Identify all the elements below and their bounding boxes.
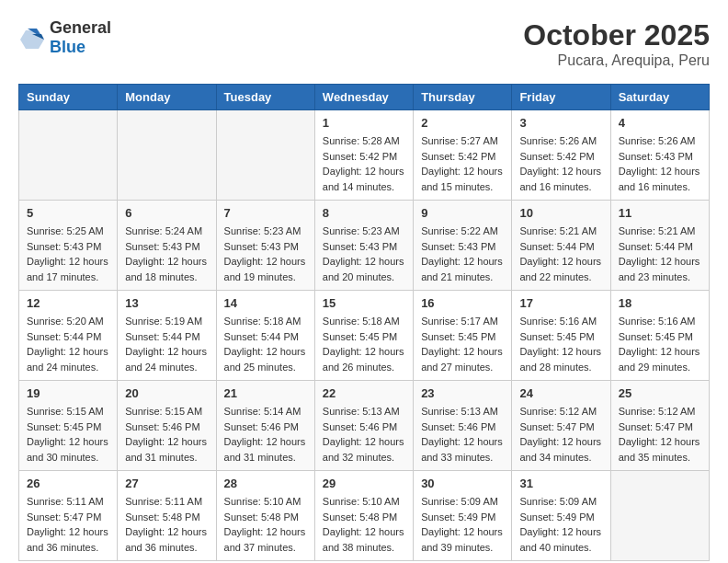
daylight-text: Daylight: 12 hours and 34 minutes. — [519, 434, 602, 465]
day-number: 2 — [421, 116, 504, 130]
sunrise-text: Sunrise: 5:13 AM — [323, 404, 405, 419]
day-info: Sunrise: 5:26 AMSunset: 5:42 PMDaylight:… — [519, 133, 602, 194]
sunset-text: Sunset: 5:49 PM — [421, 510, 504, 525]
daylight-text: Daylight: 12 hours and 31 minutes. — [125, 434, 208, 465]
sunset-text: Sunset: 5:42 PM — [519, 149, 602, 165]
day-info: Sunrise: 5:12 AMSunset: 5:47 PMDaylight:… — [519, 404, 602, 465]
calendar-cell-5-3: 28Sunrise: 5:10 AMSunset: 5:48 PMDayligh… — [216, 471, 314, 561]
sunrise-text: Sunrise: 5:19 AM — [125, 314, 208, 329]
day-number: 3 — [519, 116, 602, 130]
day-info: Sunrise: 5:15 AMSunset: 5:45 PMDaylight:… — [27, 404, 109, 465]
day-number: 17 — [519, 296, 602, 310]
sunset-text: Sunset: 5:48 PM — [323, 510, 405, 525]
daylight-text: Daylight: 12 hours and 18 minutes. — [125, 254, 208, 284]
daylight-text: Daylight: 12 hours and 31 minutes. — [224, 434, 307, 465]
daylight-text: Daylight: 12 hours and 16 minutes. — [619, 164, 701, 194]
sunset-text: Sunset: 5:44 PM — [27, 329, 109, 345]
daylight-text: Daylight: 12 hours and 36 minutes. — [27, 524, 109, 555]
sunset-text: Sunset: 5:43 PM — [619, 149, 701, 165]
sunrise-text: Sunrise: 5:17 AM — [421, 314, 504, 329]
calendar-cell-1-1 — [19, 110, 118, 201]
sunrise-text: Sunrise: 5:18 AM — [323, 314, 405, 329]
weekday-wednesday: Wednesday — [314, 85, 413, 110]
location-subtitle: Pucara, Arequipa, Peru — [523, 52, 710, 69]
calendar-cell-2-1: 5Sunrise: 5:25 AMSunset: 5:43 PMDaylight… — [19, 201, 118, 291]
sunrise-text: Sunrise: 5:10 AM — [224, 494, 307, 510]
sunrise-text: Sunrise: 5:21 AM — [619, 224, 701, 239]
day-info: Sunrise: 5:21 AMSunset: 5:44 PMDaylight:… — [519, 224, 602, 284]
day-info: Sunrise: 5:25 AMSunset: 5:43 PMDaylight:… — [27, 224, 109, 284]
sunset-text: Sunset: 5:47 PM — [27, 510, 109, 525]
day-info: Sunrise: 5:27 AMSunset: 5:42 PMDaylight:… — [421, 133, 504, 194]
daylight-text: Daylight: 12 hours and 36 minutes. — [125, 524, 208, 555]
calendar-cell-2-2: 6Sunrise: 5:24 AMSunset: 5:43 PMDaylight… — [118, 201, 216, 291]
week-row-4: 19Sunrise: 5:15 AMSunset: 5:45 PMDayligh… — [19, 381, 710, 471]
calendar-cell-4-2: 20Sunrise: 5:15 AMSunset: 5:46 PMDayligh… — [118, 381, 216, 471]
sunrise-text: Sunrise: 5:14 AM — [224, 404, 307, 419]
sunrise-text: Sunrise: 5:16 AM — [519, 314, 602, 329]
weekday-friday: Friday — [512, 85, 610, 110]
day-number: 20 — [125, 386, 208, 400]
calendar-cell-3-4: 15Sunrise: 5:18 AMSunset: 5:45 PMDayligh… — [314, 291, 413, 381]
daylight-text: Daylight: 12 hours and 27 minutes. — [421, 344, 504, 374]
calendar-cell-2-5: 9Sunrise: 5:22 AMSunset: 5:43 PMDaylight… — [414, 201, 512, 291]
sunset-text: Sunset: 5:46 PM — [224, 419, 307, 435]
daylight-text: Daylight: 12 hours and 24 minutes. — [27, 344, 109, 374]
sunset-text: Sunset: 5:45 PM — [519, 329, 602, 345]
day-number: 25 — [619, 386, 701, 400]
daylight-text: Daylight: 12 hours and 17 minutes. — [27, 254, 109, 284]
calendar-cell-1-5: 2Sunrise: 5:27 AMSunset: 5:42 PMDaylight… — [414, 110, 512, 201]
day-info: Sunrise: 5:09 AMSunset: 5:49 PMDaylight:… — [519, 494, 602, 555]
calendar-cell-1-3 — [216, 110, 314, 201]
sunrise-text: Sunrise: 5:24 AM — [125, 224, 208, 239]
calendar-cell-5-5: 30Sunrise: 5:09 AMSunset: 5:49 PMDayligh… — [414, 471, 512, 561]
weekday-thursday: Thursday — [414, 85, 512, 110]
day-number: 8 — [323, 206, 405, 220]
week-row-3: 12Sunrise: 5:20 AMSunset: 5:44 PMDayligh… — [19, 291, 710, 381]
day-info: Sunrise: 5:13 AMSunset: 5:46 PMDaylight:… — [323, 404, 405, 465]
day-number: 21 — [224, 386, 307, 400]
sunrise-text: Sunrise: 5:21 AM — [519, 224, 602, 239]
sunset-text: Sunset: 5:47 PM — [519, 419, 602, 435]
sunrise-text: Sunrise: 5:10 AM — [323, 494, 405, 510]
day-number: 5 — [27, 206, 109, 220]
day-info: Sunrise: 5:23 AMSunset: 5:43 PMDaylight:… — [323, 224, 405, 284]
sunset-text: Sunset: 5:44 PM — [519, 239, 602, 255]
logo: General Blue — [18, 18, 111, 57]
daylight-text: Daylight: 12 hours and 35 minutes. — [619, 434, 701, 465]
daylight-text: Daylight: 12 hours and 37 minutes. — [224, 524, 307, 555]
calendar-cell-4-3: 21Sunrise: 5:14 AMSunset: 5:46 PMDayligh… — [216, 381, 314, 471]
calendar-cell-3-7: 18Sunrise: 5:16 AMSunset: 5:45 PMDayligh… — [610, 291, 709, 381]
calendar-cell-5-6: 31Sunrise: 5:09 AMSunset: 5:49 PMDayligh… — [512, 471, 610, 561]
day-number: 6 — [125, 206, 208, 220]
weekday-sunday: Sunday — [19, 85, 118, 110]
sunrise-text: Sunrise: 5:11 AM — [125, 494, 208, 510]
sunrise-text: Sunrise: 5:12 AM — [519, 404, 602, 419]
sunrise-text: Sunrise: 5:28 AM — [323, 133, 405, 149]
sunset-text: Sunset: 5:46 PM — [421, 419, 504, 435]
sunrise-text: Sunrise: 5:11 AM — [27, 494, 109, 510]
day-number: 22 — [323, 386, 405, 400]
daylight-text: Daylight: 12 hours and 20 minutes. — [323, 254, 405, 284]
calendar-cell-3-6: 17Sunrise: 5:16 AMSunset: 5:45 PMDayligh… — [512, 291, 610, 381]
sunrise-text: Sunrise: 5:15 AM — [27, 404, 109, 419]
sunset-text: Sunset: 5:45 PM — [619, 329, 701, 345]
calendar-cell-4-1: 19Sunrise: 5:15 AMSunset: 5:45 PMDayligh… — [19, 381, 118, 471]
day-number: 26 — [27, 477, 109, 490]
day-info: Sunrise: 5:17 AMSunset: 5:45 PMDaylight:… — [421, 314, 504, 374]
sunset-text: Sunset: 5:43 PM — [421, 239, 504, 255]
daylight-text: Daylight: 12 hours and 40 minutes. — [519, 524, 602, 555]
daylight-text: Daylight: 12 hours and 15 minutes. — [421, 164, 504, 194]
day-number: 11 — [619, 206, 701, 220]
sunset-text: Sunset: 5:45 PM — [421, 329, 504, 345]
day-info: Sunrise: 5:26 AMSunset: 5:43 PMDaylight:… — [619, 133, 701, 194]
calendar-cell-2-6: 10Sunrise: 5:21 AMSunset: 5:44 PMDayligh… — [512, 201, 610, 291]
day-info: Sunrise: 5:12 AMSunset: 5:47 PMDaylight:… — [619, 404, 701, 465]
week-row-2: 5Sunrise: 5:25 AMSunset: 5:43 PMDaylight… — [19, 201, 710, 291]
sunrise-text: Sunrise: 5:12 AM — [619, 404, 701, 419]
daylight-text: Daylight: 12 hours and 28 minutes. — [519, 344, 602, 374]
day-info: Sunrise: 5:11 AMSunset: 5:47 PMDaylight:… — [27, 494, 109, 555]
day-number: 4 — [619, 116, 701, 130]
sunset-text: Sunset: 5:43 PM — [125, 239, 208, 255]
daylight-text: Daylight: 12 hours and 32 minutes. — [323, 434, 405, 465]
